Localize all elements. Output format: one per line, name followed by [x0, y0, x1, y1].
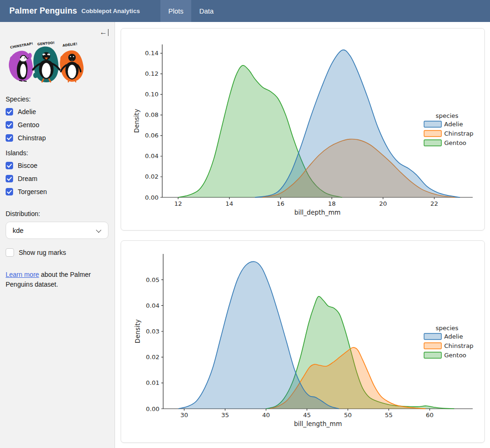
x-tick-label: 35 — [221, 412, 229, 419]
nav-tabs: Plots Data — [160, 0, 222, 22]
tab-plots[interactable]: Plots — [160, 0, 191, 22]
navbar: Palmer Penguins Cobblepot Analytics Plot… — [0, 0, 490, 22]
y-tick-label: 0.06 — [145, 132, 159, 139]
x-tick-label: 30 — [180, 412, 188, 419]
learn-more-rest2: Penguins dataset. — [6, 281, 58, 288]
checkbox-label: Adelie — [18, 108, 36, 116]
learn-more-text: Learn more about the Palmer Penguins dat… — [6, 270, 99, 289]
y-tick-label: 0.05 — [146, 276, 159, 283]
distribution-select[interactable]: kde — [6, 222, 108, 239]
x-axis-label: bill_depth_mm — [295, 209, 341, 216]
y-tick-label: 0.00 — [146, 405, 159, 412]
app-subtitle: Cobblepot Analytics — [81, 7, 140, 14]
checkbox-label: Gentoo — [18, 121, 39, 129]
legend-title: species — [436, 325, 459, 332]
checkbox-island-biscoe[interactable]: Biscoe — [6, 161, 109, 170]
main-content: 1214161820220.000.020.040.060.080.100.12… — [115, 22, 490, 448]
legend-label-chinstrap: Chinstrap — [444, 342, 474, 349]
sidebar-collapse-button[interactable]: ← — [100, 29, 108, 36]
sidebar: ← — [0, 22, 115, 448]
species-group-label: Species: — [6, 95, 109, 103]
checkbox-species-gentoo[interactable]: Gentoo — [6, 120, 109, 130]
x-tick-label: 16 — [277, 200, 285, 207]
y-tick-label: 0.08 — [145, 111, 159, 118]
checkbox-checked-icon — [6, 162, 13, 169]
x-tick-label: 55 — [385, 412, 393, 419]
legend-label-adelie: Adelie — [444, 333, 463, 340]
x-tick-label: 60 — [426, 412, 434, 419]
x-tick-label: 50 — [344, 412, 352, 419]
y-tick-label: 0.00 — [145, 194, 159, 201]
arrow-bar-left-icon: ← — [100, 29, 107, 36]
y-axis-label: Density — [134, 319, 141, 343]
legend-swatch-chinstrap — [424, 130, 441, 137]
checkbox-label: Torgersen — [18, 188, 47, 195]
y-axis-label: Density — [133, 109, 140, 133]
distribution-select-value: kde — [13, 227, 23, 234]
legend-title: species — [436, 112, 459, 119]
y-tick-label: 0.03 — [146, 328, 159, 335]
islands-group-label: Islands: — [6, 149, 109, 157]
checkbox-checked-icon — [6, 188, 13, 195]
legend-swatch-gentoo — [424, 352, 441, 358]
checkbox-label: Show rug marks — [19, 249, 66, 256]
checkbox-unchecked-icon — [6, 248, 14, 257]
checkbox-island-dream[interactable]: Dream — [6, 174, 109, 183]
tab-data[interactable]: Data — [191, 0, 222, 22]
checkbox-island-torgersen[interactable]: Torgersen — [6, 187, 109, 196]
y-tick-label: 0.12 — [145, 70, 159, 77]
checkbox-show-rug-marks[interactable]: Show rug marks — [6, 248, 109, 257]
kde-plot-bill-length: 303540455055600.000.010.020.030.040.05bi… — [121, 241, 484, 442]
x-tick-label: 45 — [303, 412, 311, 419]
checkbox-checked-icon — [6, 108, 13, 116]
legend-swatch-adelie — [424, 121, 441, 127]
checkbox-checked-icon — [6, 134, 13, 142]
x-tick-label: 12 — [174, 200, 182, 207]
y-tick-label: 0.01 — [146, 379, 159, 386]
x-tick-label: 22 — [431, 200, 439, 207]
y-tick-label: 0.02 — [145, 173, 159, 180]
legend-label-chinstrap: Chinstrap — [444, 130, 474, 137]
checkbox-label: Dream — [18, 175, 37, 182]
x-tick-label: 40 — [262, 412, 270, 419]
y-tick-label: 0.02 — [146, 354, 159, 361]
y-tick-label: 0.04 — [145, 152, 159, 159]
checkbox-label: Chinstrap — [18, 134, 46, 142]
learn-more-link[interactable]: Learn more — [6, 271, 39, 278]
checkbox-checked-icon — [6, 175, 13, 182]
y-tick-label: 0.10 — [145, 91, 159, 98]
checkbox-label: Biscoe — [18, 162, 37, 169]
legend-label-gentoo: Gentoo — [444, 139, 466, 146]
adelie-label: ADÉLIE! — [62, 42, 78, 48]
card-bill-length-plot: 303540455055600.000.010.020.030.040.05bi… — [121, 240, 485, 443]
chevron-down-icon — [96, 227, 101, 232]
penguins-artwork: CHINSTRAP! GENTOO! ADÉLIE! — [7, 41, 86, 85]
navbar-brand: Palmer Penguins Cobblepot Analytics — [0, 0, 160, 22]
checkbox-species-adelie[interactable]: Adelie — [6, 107, 109, 116]
arrow-bar-left-icon-bar — [108, 29, 109, 36]
distribution-label: Distribution: — [6, 210, 109, 217]
y-tick-label: 0.14 — [145, 50, 159, 57]
chinstrap-label: CHINSTRAP! — [10, 41, 34, 49]
app-title: Palmer Penguins — [9, 6, 77, 16]
y-tick-label: 0.04 — [146, 302, 159, 309]
checkbox-species-chinstrap[interactable]: Chinstrap — [6, 133, 109, 143]
legend-swatch-gentoo — [424, 140, 441, 146]
checkbox-checked-icon — [6, 121, 13, 129]
legend-label-gentoo: Gentoo — [444, 352, 466, 359]
learn-more-rest: about the Palmer — [39, 271, 91, 278]
x-axis-label: bill_length_mm — [294, 420, 342, 427]
legend-swatch-adelie — [424, 333, 441, 340]
x-tick-label: 20 — [379, 200, 387, 207]
x-tick-label: 18 — [328, 200, 336, 207]
x-tick-label: 14 — [225, 200, 233, 207]
gentoo-label: GENTOO! — [37, 41, 55, 46]
legend-swatch-chinstrap — [424, 343, 441, 349]
legend-label-adelie: Adelie — [444, 121, 463, 128]
card-bill-depth-plot: 1214161820220.000.020.040.060.080.100.12… — [121, 28, 485, 231]
kde-plot-bill-depth: 1214161820220.000.020.040.060.080.100.12… — [121, 29, 484, 230]
